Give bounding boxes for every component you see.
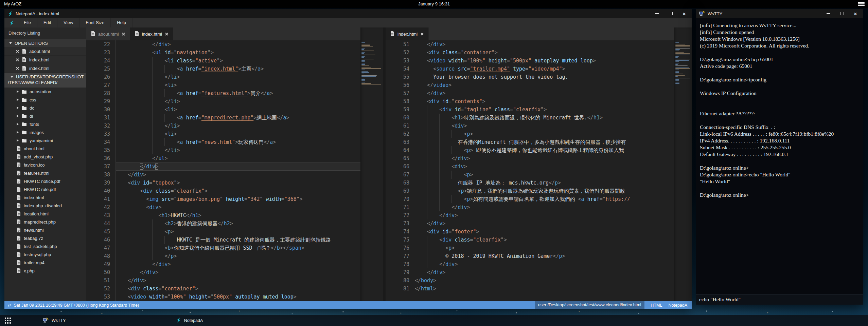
sidebar-file-testmysql.php[interactable]: testmysql.php (4, 250, 86, 258)
code-line[interactable]: 75 <div class="clearfix"> (386, 236, 674, 244)
open-editors-section[interactable]: OPEN EDITORS (4, 39, 86, 47)
code-line[interactable]: 78 </div> (386, 260, 674, 268)
sidebar-file-location.html[interactable]: location.html (4, 210, 86, 218)
taskbar-item-wstty[interactable]: WsTTY (39, 315, 70, 326)
minimap-left[interactable] (360, 27, 383, 301)
code-line[interactable]: 53 <video width="100%" height="500px" au… (86, 293, 360, 301)
close-button[interactable]: × (682, 11, 687, 16)
code-line[interactable]: 31 <a href="mapredirect.php">網上地圖</a> (86, 114, 360, 122)
code-line[interactable]: 67 <p> (386, 171, 674, 179)
code-line[interactable]: 63 在香港的Minecraft 伺服器中，多為小遊戲和純生存的伺服器，較少擁有 (386, 138, 674, 146)
menu-font-size[interactable]: Font Size (79, 18, 111, 27)
code-line[interactable]: 51 </div> (386, 40, 674, 49)
code-line[interactable]: 27 <li> (86, 81, 360, 89)
sidebar-file-mapredirect.php[interactable]: mapredirect.php (4, 218, 86, 226)
taskbar-item-notepada[interactable]: NotepadA (172, 315, 207, 326)
code-line[interactable]: 25 <a href="index.html">主頁</a> (86, 65, 360, 73)
sidebar-file-HKWTC-rule.pdf[interactable]: HKWTC rule.pdf (4, 185, 86, 193)
menu-file[interactable]: File (18, 18, 37, 27)
maximize-button[interactable] (668, 11, 673, 16)
code-line[interactable]: 61 <div> (386, 122, 674, 130)
statusbar-language-mode[interactable]: HTML (651, 303, 662, 308)
code-line[interactable]: 66 <div> (386, 162, 674, 171)
code-line[interactable]: 44 <h2>香港的建築伺服器</h2> (86, 219, 360, 228)
code-line[interactable]: 52 <div class="container"> (86, 285, 360, 293)
sidebar-file-teabag.7z[interactable]: teabag.7z (4, 234, 86, 242)
code-line[interactable]: 65 </div> (386, 154, 674, 162)
sidebar-file-about.html[interactable]: about.html (4, 145, 86, 153)
code-line[interactable]: 41 <img src="images/box.png" height="342… (86, 195, 360, 203)
sidebar-file-trailer.mp4[interactable]: trailer.mp4 (4, 258, 86, 267)
code-line[interactable]: 50 </div> (86, 268, 360, 276)
code-line[interactable]: 58 <div id="contents"> (386, 97, 674, 106)
code-line[interactable]: 55 Your browser does not support the vid… (386, 73, 674, 81)
code-editor-right[interactable]: 51 </div>52 <div class="container">53 <v… (386, 40, 674, 301)
code-line[interactable]: 52 <div class="container"> (386, 49, 674, 57)
code-line[interactable]: 70 <p>如有問題或需要申請白名單，歡迎加入我們的 <a href="http… (386, 195, 674, 203)
code-line[interactable]: 81</html> (386, 285, 674, 293)
pane-splitter[interactable] (383, 27, 386, 301)
open-editor-item[interactable]: about.html (4, 47, 86, 56)
open-editor-item[interactable]: index.html (4, 56, 86, 64)
sidebar-folder-yamiyamimi[interactable]: yamiyamimi (4, 136, 86, 145)
code-line[interactable]: 30 <li> (86, 106, 360, 114)
code-line[interactable]: 71 </div> (386, 203, 674, 211)
sidebar-folder-fonts[interactable]: fonts (4, 120, 86, 128)
code-line[interactable]: 62 <p> (386, 130, 674, 138)
sidebar-file-index.php-disabled[interactable]: index.php_disabled (4, 202, 86, 210)
code-line[interactable]: 40 <div class="clearfix"> (86, 187, 360, 195)
sidebar-file-news.html[interactable]: news.html (4, 226, 86, 234)
code-line[interactable]: 80</body> (386, 276, 674, 285)
statusbar-filepath[interactable]: user:/Desktop/screenshot/test/www cleane… (535, 301, 645, 309)
minimize-button[interactable] (655, 11, 659, 16)
sidebar-root-folder[interactable]: USER:/DESKTOP/SCREENSHOT/TEST/WWW CLEANE… (4, 73, 86, 88)
code-line[interactable]: 51 </div> (86, 276, 360, 285)
tab-index.html[interactable]: index.html (386, 27, 429, 40)
code-line[interactable]: 39 <div id="topbox"> (86, 179, 360, 187)
notepada-titlebar[interactable]: NotepadA - index.html × (4, 9, 692, 18)
sidebar-file-add-vhost.php[interactable]: add_vhost.php (4, 153, 86, 161)
sidebar-file-test-sockets.php[interactable]: test_sockets.php (4, 242, 86, 250)
code-line[interactable]: 47 <b>你知道我們全線伺服器已轉用 SSD 了嗎？</b></span> (86, 244, 360, 252)
menu-view[interactable]: View (57, 18, 79, 27)
start-menu-icon[interactable] (5, 318, 11, 324)
sidebar-file-features.html[interactable]: features.html (4, 169, 86, 177)
code-line[interactable]: 72 </div> (386, 211, 674, 219)
code-line[interactable]: 23 <ul id="navigation"> (86, 49, 360, 57)
terminal-output[interactable]: [info] Conencting to arozos WsTTY servic… (696, 18, 863, 294)
sidebar-folder-images[interactable]: images (4, 128, 86, 136)
code-line[interactable]: 29 </li> (86, 97, 360, 106)
code-line[interactable]: 73 </div> (386, 219, 674, 228)
sidebar-file-HKWTC-notice.pdf[interactable]: HKWTC notice.pdf (4, 177, 86, 185)
code-line[interactable]: 45 <p> (86, 228, 360, 236)
code-line[interactable]: 74 <div id="footer"> (386, 228, 674, 236)
minimap-right[interactable] (674, 27, 692, 301)
code-line[interactable]: 32 </li> (86, 122, 360, 130)
code-line[interactable]: 53 <video width="100%" height="500px" au… (386, 57, 674, 65)
code-line[interactable]: 56 </video> (386, 81, 674, 89)
code-line[interactable]: 26 </li> (86, 73, 360, 81)
open-editor-item[interactable]: index.html (4, 64, 86, 73)
menu-help[interactable]: Help (111, 18, 132, 27)
code-line[interactable]: 69 <p>請注意，我們的伺服器為確保玩家及遊玩時的質素，我們對的服器開啟 (386, 187, 674, 195)
terminal-command-input[interactable]: echo "Hello World" (696, 294, 863, 305)
code-line[interactable]: 59 <div id="tagline" class="clearfix"> (386, 106, 674, 114)
sidebar-file-favicon.ico[interactable]: favicon.ico (4, 161, 86, 169)
code-line[interactable]: 22 </div> (86, 40, 360, 49)
menu-edit[interactable]: Edit (37, 18, 57, 27)
code-line[interactable]: 36 </ul> (86, 154, 360, 162)
code-line[interactable]: 35 </li> (86, 146, 360, 154)
code-line[interactable]: 79 </div> (386, 268, 674, 276)
sidebar-folder-autostation[interactable]: autostation (4, 88, 86, 96)
code-editor-left[interactable]: 22 </div>23 <ul id="navigation">24 <li c… (86, 40, 360, 301)
code-line[interactable]: 24 <li class="active"> (86, 57, 360, 65)
sidebar-folder-css[interactable]: css (4, 96, 86, 104)
sidebar-file-x.php[interactable]: x.php (4, 267, 86, 275)
sidebar-folder-dc[interactable]: dc (4, 104, 86, 112)
tab-about.html[interactable]: about.html (86, 27, 130, 40)
code-line[interactable]: 33 <li> (86, 130, 360, 138)
sidebar-folder-dl[interactable]: dl (4, 112, 86, 120)
code-line[interactable]: 49 </div> (86, 260, 360, 268)
code-line[interactable]: 46 HKWTC 是一個 Minecraft 的建築伺服器，主要建築計劃包括鐵路 (86, 236, 360, 244)
code-line[interactable]: 77 © 2018 - 2019 HKWTC Animation Gamer</… (386, 252, 674, 260)
